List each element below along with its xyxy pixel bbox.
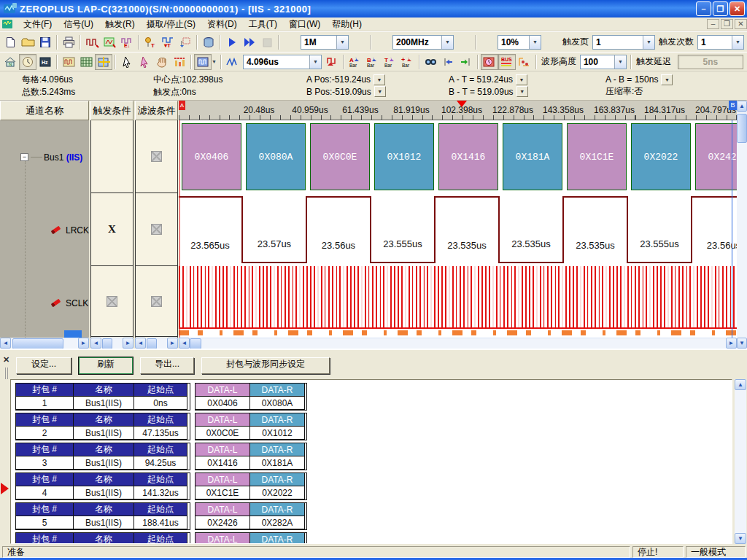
hand-icon[interactable] [153, 54, 171, 70]
waveform-vscrollbar[interactable]: ▲ ▼ [737, 101, 747, 349]
export-button[interactable]: 导出... [140, 357, 194, 374]
b-bar-line[interactable] [732, 120, 732, 338]
filter-cell-lrck[interactable] [136, 193, 177, 266]
refresh-button[interactable]: 刷新 [79, 357, 133, 374]
clock-icon[interactable] [19, 54, 36, 70]
frequency-icon[interactable]: Hz [36, 54, 54, 70]
scroll-right-icon[interactable]: ► [726, 338, 737, 349]
waveform-area[interactable]: 20.48us40.959us61.439us81.919us102.398us… [179, 101, 737, 349]
trigger-page-select[interactable]: 1 ▼ [592, 35, 655, 50]
memory-depth-icon[interactable] [282, 34, 299, 50]
mdi-minimize-button[interactable]: – [707, 19, 719, 29]
goto-end-icon[interactable] [457, 54, 475, 70]
packet-block[interactable]: 封包 #名称起始点1Bus1(IIS)0nsDATA-LDATA-R0X0406… [15, 383, 732, 411]
scroll-left-icon[interactable]: ◄ [179, 338, 190, 349]
packet-block[interactable]: 封包 #名称起始点2Bus1(IIS)47.135usDATA-LDATA-R0… [15, 413, 732, 440]
waveform-hscrollbar[interactable]: ◄ ► [179, 338, 737, 349]
search-icon[interactable] [422, 54, 440, 70]
trigger-condition-header[interactable]: 触发条件 [90, 101, 133, 120]
scroll-right-icon[interactable]: ► [167, 338, 178, 349]
trigger-cell-sclk[interactable] [91, 266, 133, 337]
scroll-up-icon[interactable]: ▲ [735, 379, 746, 390]
packet-block[interactable]: 封包 #名称起始点5Bus1(IIS)188.41usDATA-LDATA-R0… [15, 502, 732, 530]
time-scale-select[interactable]: 4.096us ▼ [243, 55, 322, 69]
menu-item-4[interactable]: 资料(D) [201, 18, 243, 31]
channel-row-bus1[interactable]: − Bus1 (IIS) [0, 120, 89, 193]
bus-icon[interactable]: BUS [498, 54, 516, 70]
mdi-restore-button[interactable]: ❐ [721, 19, 733, 29]
signal-icon[interactable] [516, 54, 533, 70]
settings-button[interactable]: 设定... [16, 357, 71, 374]
t-bar-icon[interactable]: TBar [382, 54, 399, 70]
bus-data-segment[interactable]: 0X080A [246, 123, 306, 190]
bus-data-segment[interactable]: 0X1012 [374, 123, 434, 190]
time-ruler[interactable]: 20.48us40.959us61.439us81.919us102.398us… [179, 101, 737, 120]
zoom-bars-icon[interactable] [171, 54, 188, 70]
b-bar-marker[interactable]: B [729, 101, 737, 110]
filter-column-scrollbar[interactable]: ◄ ► [135, 338, 178, 349]
menu-item-3[interactable]: 摄取/停止(S) [141, 18, 201, 31]
a-pos-dropdown[interactable]: ▼ [374, 74, 385, 85]
trigger-cell-bus1[interactable] [91, 120, 133, 193]
chevron-down-icon[interactable]: ▼ [732, 36, 743, 49]
a-bar-line[interactable] [179, 120, 180, 338]
channel-name-header[interactable]: 通道名称 [0, 101, 89, 120]
trigger-flag-icon[interactable]: T [142, 34, 159, 50]
filter-cell-bus1[interactable] [136, 120, 177, 193]
lrck-pulse-segment[interactable]: 23.535us [564, 196, 628, 263]
packet-table-vscrollbar[interactable]: ▲ ▼ [735, 379, 746, 544]
zoom-zigzag-icon[interactable] [224, 54, 241, 70]
trigger-column-scrollbar[interactable]: ◄ ► [90, 338, 133, 349]
a-bar-marker[interactable]: A [179, 101, 185, 110]
lrck-pulse-segment[interactable]: 23.535us [436, 196, 500, 263]
packet-block[interactable]: 封包 #名称起始点4Bus1(IIS)141.32usDATA-LDATA-R0… [15, 472, 732, 500]
lrck-pulse-segment[interactable]: 23.535us [500, 196, 564, 263]
pulse-width-icon[interactable] [481, 54, 498, 70]
add-bar-icon[interactable]: +Bar [399, 54, 417, 70]
navigator-icon[interactable] [95, 54, 112, 70]
scroll-down-icon[interactable]: ▼ [735, 533, 746, 544]
b-pos-dropdown[interactable]: ▼ [374, 86, 386, 97]
menu-item-2[interactable]: 触发(R) [99, 18, 141, 31]
scroll-left-icon[interactable]: ◄ [0, 338, 11, 349]
bus-property-icon[interactable]: E↓ [118, 34, 136, 50]
menu-item-1[interactable]: 信号(U) [58, 18, 99, 31]
channel-row-sclk[interactable]: SCLK [0, 266, 89, 338]
filter-condition-header[interactable]: 滤波条件 [135, 101, 178, 120]
bus-data-segment[interactable]: 0X0C0E [310, 123, 370, 190]
menu-item-7[interactable]: 帮助(H) [326, 18, 368, 31]
packet-block[interactable]: 封包 #名称起始点6Bus1(IIS)235.53usDATA-LDATA-R0… [15, 532, 732, 544]
mdi-close-button[interactable]: ✕ [735, 19, 747, 29]
chevron-down-icon[interactable]: ▼ [212, 59, 217, 64]
panel-splitter-handle[interactable] [5, 368, 8, 379]
trigger-count-select[interactable]: 1 ▼ [697, 35, 744, 50]
lrck-pulse-segment[interactable]: 23.56us [307, 196, 371, 263]
chevron-down-icon[interactable]: ▼ [336, 36, 348, 49]
stack-view-icon[interactable] [200, 34, 217, 50]
lrck-pulse-segment[interactable]: 23.555us [371, 196, 436, 263]
minimize-button[interactable]: – [696, 1, 711, 16]
lrck-waveform-row[interactable]: 23.565us23.57us23.56us23.555us23.535us23… [179, 193, 737, 266]
sample-clock-icon[interactable] [374, 34, 391, 50]
channel-row-lrck[interactable]: LRCK [0, 193, 89, 266]
menu-item-5[interactable]: 工具(T) [243, 18, 283, 31]
state-list-icon[interactable] [77, 54, 95, 70]
home-icon[interactable]: N [1, 54, 19, 70]
sample-rate-select[interactable]: 200MHz ▼ [392, 35, 454, 50]
packet-table[interactable]: 封包 #名称起始点1Bus1(IIS)0nsDATA-LDATA-R0X0406… [10, 379, 732, 544]
chevron-down-icon[interactable]: ▼ [643, 36, 654, 49]
trigger-range-icon[interactable] [177, 34, 194, 50]
waveform-view-icon[interactable] [60, 54, 77, 70]
chevron-down-icon[interactable]: ▼ [441, 36, 453, 49]
bus-data-segment[interactable]: 0X1416 [438, 123, 498, 190]
trigger-position-select[interactable]: 10% ▼ [498, 35, 541, 50]
repeat-run-icon[interactable] [241, 34, 258, 50]
chevron-down-icon[interactable]: ▼ [529, 36, 541, 49]
save-icon[interactable] [36, 34, 54, 50]
wave-height-select[interactable]: 100 ▼ [580, 55, 627, 69]
prev-edge-icon[interactable] [323, 54, 341, 70]
filter-cell-sclk[interactable] [136, 266, 177, 337]
goto-trigger-icon[interactable] [543, 34, 560, 50]
packet-block[interactable]: 封包 #名称起始点3Bus1(IIS)94.25usDATA-LDATA-R0X… [15, 443, 732, 470]
scroll-down-icon[interactable]: ▼ [737, 338, 747, 349]
